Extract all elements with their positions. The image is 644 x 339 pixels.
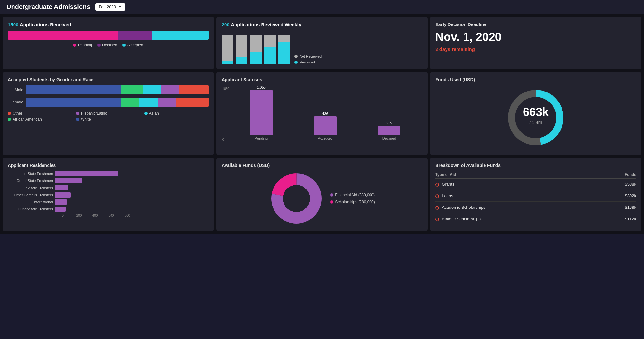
legend-asian: Asian <box>144 111 209 116</box>
breakdown-title: Breakdown of Available Funds <box>435 163 636 168</box>
res-row-out-state-fresh: Out-of-State Freshmen <box>8 178 209 183</box>
stacked-bar <box>8 31 209 40</box>
semester-dropdown[interactable]: Fall 2020 ▼ <box>95 3 125 11</box>
res-label-5: International <box>8 200 53 204</box>
donut-container: 663k / 1.4m <box>435 85 636 150</box>
breakdown-label-athletic: Athletic Scholarships <box>435 213 598 225</box>
apps-received-text: Applications Received <box>18 22 71 27</box>
weekly-legend: Not Reviewed Reviewed <box>294 54 322 64</box>
svg-point-6 <box>283 185 310 212</box>
weekly-bar-3 <box>250 35 262 64</box>
res-bar-5 <box>55 199 67 205</box>
res-row-international: International <box>8 199 209 205</box>
x-axis-line <box>231 141 419 141</box>
bar-legend: Pending Declined Accepted <box>8 43 209 47</box>
bar-declined-rect <box>378 126 400 135</box>
early-decision-title: Early Decision Deadline <box>435 22 636 27</box>
funds-used-title: Funds Used (USD) <box>435 77 636 82</box>
card-breakdown: Breakdown of Available Funds Type of Aid… <box>430 158 641 231</box>
legend-pending: Pending <box>73 43 92 47</box>
breakdown-table: Type of Aid Funds Grants $588k Loans $39… <box>435 171 636 225</box>
gender-chart: Male Female <box>8 85 209 107</box>
residency-chart: In-State Freshmen Out-of-State Freshmen … <box>8 171 209 217</box>
card-early-decision: Early Decision Deadline Nov. 1, 2020 3 d… <box>430 17 641 69</box>
header: Undergraduate Admissions Fall 2020 ▼ <box>0 0 644 14</box>
res-axis: 0 200 400 600 800 <box>55 214 209 217</box>
gender-row-male: Male <box>8 85 209 94</box>
statuses-title: Applicant Statuses <box>222 77 423 82</box>
legend-african-american: African American <box>8 117 72 121</box>
breakdown-value-academic: $168k <box>599 202 636 213</box>
breakdown-value-grants: $588k <box>599 179 636 190</box>
avail-funds-container: Financial Aid (980,000) Scholarships (28… <box>222 171 423 226</box>
gender-bars-female <box>26 98 209 107</box>
bar-accepted <box>152 31 209 40</box>
status-bars: 1,050 Pending 436 Accepted 215 Declined <box>231 85 419 140</box>
weekly-bar-5 <box>278 35 290 64</box>
res-bar-3 <box>55 185 68 190</box>
gender-legend: Other Hispanic/Latino Asian African Amer… <box>8 111 209 121</box>
loans-dot <box>435 194 439 198</box>
y-label-top: 1050 <box>222 87 229 91</box>
res-bar-2 <box>55 178 82 183</box>
breakdown-value-athletic: $112k <box>599 213 636 225</box>
weekly-bar-4 <box>264 35 276 64</box>
legend-declined: Declined <box>97 43 117 47</box>
gender-label-female: Female <box>8 100 23 104</box>
grants-dot <box>435 183 439 187</box>
funds-donut-chart: 663k / 1.4m <box>504 85 568 150</box>
legend-other: Other <box>8 111 72 116</box>
res-bar-4 <box>55 192 71 198</box>
available-funds-title: Available Funds (USD) <box>222 163 423 168</box>
bar-accepted-label: Accepted <box>318 136 333 140</box>
weekly-text: Applications Reviewed Weekly <box>230 22 302 27</box>
residencies-title: Applicant Residencies <box>8 163 209 168</box>
legend-accepted: Accepted <box>122 43 143 47</box>
gender-bars-male <box>26 85 209 94</box>
res-bar-6 <box>55 207 66 212</box>
bar-declined-value: 215 <box>386 121 392 125</box>
athletic-dot <box>435 218 439 221</box>
gender-race-title: Accepted Students by Gender and Race <box>8 77 209 82</box>
bar-pending-label: Pending <box>255 136 268 140</box>
bar-declined-label: Declined <box>382 136 396 140</box>
card-applications-weekly: 200 Applications Reviewed Weekly <box>216 17 428 69</box>
res-label-4: Other Campus Transfers <box>8 193 53 197</box>
page-title: Undergraduate Admissions <box>6 3 90 11</box>
bar-accepted-status: 436 Accepted <box>295 112 355 140</box>
weekly-bar-1 <box>222 35 233 64</box>
col-funds: Funds <box>599 171 636 179</box>
legend-reviewed: Reviewed <box>294 60 322 64</box>
card-funds-used: Funds Used (USD) 663k / 1.4m <box>430 72 641 155</box>
res-label-6: Out-of-State Transfers <box>8 207 53 211</box>
bar-accepted-rect <box>314 116 337 135</box>
breakdown-row-grants: Grants $588k <box>435 179 636 190</box>
bar-accepted-value: 436 <box>322 112 328 116</box>
svg-text:663k: 663k <box>523 105 549 119</box>
res-row-in-state-fresh: In-State Freshmen <box>8 171 209 176</box>
res-row-out-state-trans: Out-of-State Transfers <box>8 207 209 212</box>
avail-funds-donut <box>269 171 324 226</box>
breakdown-row-academic: Academic Scholarships $168k <box>435 202 636 213</box>
academic-dot <box>435 206 439 210</box>
apps-received-number: 1500 <box>8 22 18 27</box>
bar-pending-rect <box>250 90 273 135</box>
legend-hispanic: Hispanic/Latino <box>76 111 140 116</box>
breakdown-label-grants: Grants <box>435 179 598 190</box>
res-row-in-state-trans: In-State Transfers <box>8 185 209 190</box>
bar-declined <box>118 31 152 40</box>
bar-pending-value: 1,050 <box>257 85 266 89</box>
svg-text:/ 1.4m: / 1.4m <box>530 120 542 125</box>
avail-funds-legend: Financial Aid (980,000) Scholarships (28… <box>330 193 375 204</box>
status-chart-area: 1050 0 1,050 Pending 436 Accepted <box>222 85 423 150</box>
gender-row-female: Female <box>8 98 209 107</box>
weekly-chart <box>222 32 290 64</box>
res-label-1: In-State Freshmen <box>8 172 53 176</box>
card-gender-race: Accepted Students by Gender and Race Mal… <box>3 72 214 155</box>
res-label-2: Out-of-State Freshmen <box>8 179 53 183</box>
res-label-3: In-State Transfers <box>8 186 53 190</box>
legend-scholarships: Scholarships (280,000) <box>330 200 375 204</box>
res-bar-1 <box>55 171 118 176</box>
bar-pending <box>8 31 118 40</box>
breakdown-value-loans: $392k <box>599 190 636 202</box>
